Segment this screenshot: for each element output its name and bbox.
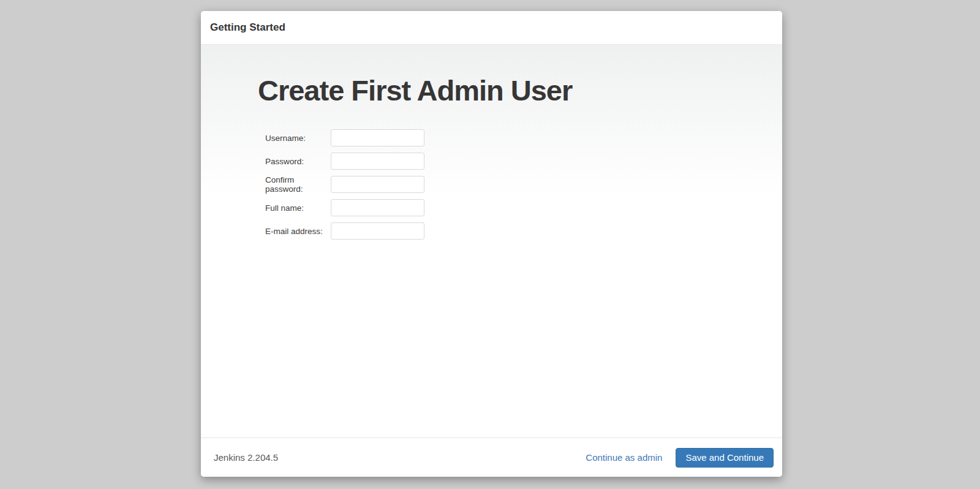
email-input[interactable] (331, 222, 424, 240)
save-and-continue-button[interactable]: Save and Continue (676, 448, 774, 468)
form-row-email: E-mail address: (265, 222, 758, 240)
continue-as-admin-link[interactable]: Continue as admin (586, 452, 662, 463)
confirm-password-label: Confirm password: (265, 175, 331, 194)
username-input[interactable] (331, 129, 424, 146)
desktop-background: Getting Started Create First Admin User … (0, 0, 980, 489)
dialog-body: Create First Admin User Username: Passwo… (201, 45, 782, 438)
password-input[interactable] (331, 153, 424, 170)
email-label: E-mail address: (265, 227, 331, 236)
admin-user-form: Username: Password: Confirm password: Fu… (265, 129, 758, 240)
full-name-label: Full name: (265, 203, 331, 213)
dialog-header: Getting Started (201, 11, 782, 45)
dialog-footer: Jenkins 2.204.5 Continue as admin Save a… (201, 438, 782, 477)
full-name-input[interactable] (331, 199, 424, 216)
page-title: Create First Admin User (258, 74, 758, 107)
form-row-password: Password: (265, 153, 758, 170)
form-row-confirm-password: Confirm password: (265, 176, 758, 193)
getting-started-dialog: Getting Started Create First Admin User … (201, 11, 782, 477)
confirm-password-input[interactable] (331, 176, 424, 193)
jenkins-version-label: Jenkins 2.204.5 (214, 452, 278, 463)
dialog-title: Getting Started (210, 21, 285, 34)
username-label: Username: (265, 134, 331, 143)
form-row-full-name: Full name: (265, 199, 758, 216)
password-label: Password: (265, 157, 331, 166)
form-row-username: Username: (265, 129, 758, 146)
